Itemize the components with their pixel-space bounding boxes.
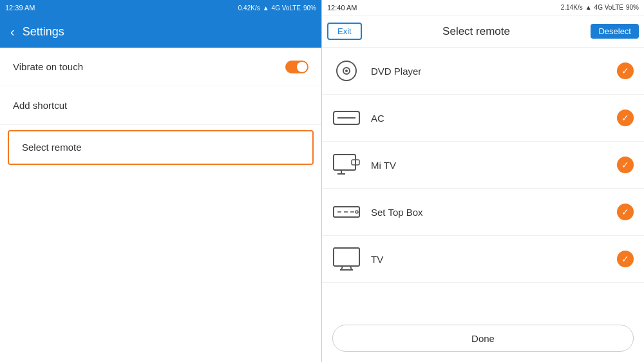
dvd-player-icon bbox=[332, 57, 361, 85]
tv-icon bbox=[332, 245, 361, 273]
right-status-icons: 2.14K/s ▲ 4G VoLTE 90% bbox=[561, 4, 639, 11]
stb-icon bbox=[332, 198, 361, 226]
select-remote-setting[interactable]: Select remote bbox=[8, 130, 314, 165]
ac-label: AC bbox=[371, 113, 607, 124]
list-item[interactable]: Set Top Box ✓ bbox=[322, 189, 644, 236]
list-item[interactable]: AC ✓ bbox=[322, 95, 644, 142]
stb-check: ✓ bbox=[617, 204, 634, 220]
svg-point-13 bbox=[355, 211, 358, 213]
left-network: 0.42K/s bbox=[238, 5, 260, 12]
mitv-check: ✓ bbox=[617, 157, 634, 173]
right-carrier: 4G VoLTE bbox=[594, 4, 623, 11]
left-carrier: 4G VoLTE bbox=[272, 5, 301, 12]
tv-label: TV bbox=[371, 254, 607, 265]
settings-title: Settings bbox=[23, 25, 64, 39]
stb-label: Set Top Box bbox=[371, 207, 607, 218]
settings-content: Vibrate on touch Add shortcut Select rem… bbox=[0, 48, 321, 362]
svg-rect-14 bbox=[334, 248, 359, 266]
exit-button[interactable]: Exit bbox=[327, 23, 362, 40]
right-panel: 12:40 AM 2.14K/s ▲ 4G VoLTE 90% Exit Sel… bbox=[322, 0, 644, 362]
right-time: 12:40 AM bbox=[327, 4, 357, 12]
tv-check: ✓ bbox=[617, 251, 634, 267]
ac-check: ✓ bbox=[617, 110, 634, 126]
shortcut-label: Add shortcut bbox=[13, 100, 67, 111]
right-status-bar: 12:40 AM 2.14K/s ▲ 4G VoLTE 90% bbox=[322, 0, 644, 15]
left-panel: 12:39 AM 0.42K/s ▲ 4G VoLTE 90% ‹ Settin… bbox=[0, 0, 322, 362]
vibrate-label: Vibrate on touch bbox=[13, 61, 83, 72]
left-app-bar: ‹ Settings bbox=[0, 15, 321, 48]
right-title: Select remote bbox=[442, 25, 510, 38]
vibrate-setting[interactable]: Vibrate on touch bbox=[0, 48, 321, 86]
svg-rect-5 bbox=[334, 155, 355, 170]
left-status-icons: 0.42K/s ▲ 4G VoLTE 90% bbox=[238, 5, 316, 12]
done-button[interactable]: Done bbox=[332, 325, 634, 352]
left-status-bar: 12:39 AM 0.42K/s ▲ 4G VoLTE 90% bbox=[0, 0, 321, 15]
list-item[interactable]: Mi TV ✓ bbox=[322, 142, 644, 189]
left-time: 12:39 AM bbox=[5, 4, 35, 12]
right-battery: 90% bbox=[626, 4, 639, 11]
left-signal-icon: ▲ bbox=[263, 5, 269, 12]
deselect-button[interactable]: Deselect bbox=[591, 24, 639, 39]
mitv-label: Mi TV bbox=[371, 160, 607, 171]
mitv-icon bbox=[332, 151, 361, 179]
svg-point-2 bbox=[345, 70, 348, 72]
right-app-bar: Exit Select remote Deselect bbox=[322, 15, 644, 48]
dvd-player-label: DVD Player bbox=[371, 66, 607, 77]
select-remote-label: Select remote bbox=[22, 142, 82, 153]
ac-icon bbox=[332, 104, 361, 132]
left-battery: 90% bbox=[303, 5, 316, 12]
list-item[interactable]: DVD Player ✓ bbox=[322, 48, 644, 95]
right-signal-icon: ▲ bbox=[585, 4, 592, 11]
right-network: 2.14K/s bbox=[561, 4, 583, 11]
list-item[interactable]: TV ✓ bbox=[322, 236, 644, 283]
back-button[interactable]: ‹ bbox=[10, 24, 15, 39]
dvd-check: ✓ bbox=[617, 62, 634, 79]
vibrate-toggle[interactable] bbox=[285, 61, 308, 73]
shortcut-setting[interactable]: Add shortcut bbox=[0, 86, 321, 125]
remote-list: DVD Player ✓ AC ✓ bbox=[322, 48, 644, 318]
done-container: Done bbox=[322, 318, 644, 362]
